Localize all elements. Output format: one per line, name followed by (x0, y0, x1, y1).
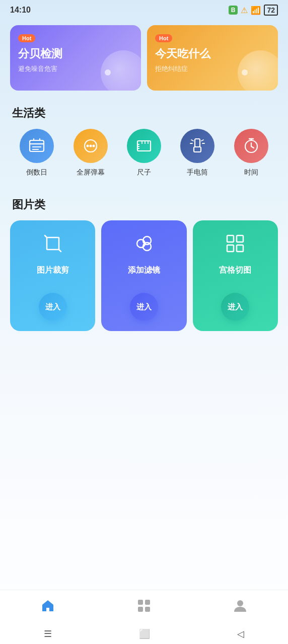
nav-item-profile[interactable] (218, 596, 263, 619)
status-bar: 14:10 B ⚠ 📶 72 (0, 0, 288, 20)
feature-label-grid: 宫格切图 (219, 265, 251, 276)
icon-circle-time (234, 129, 268, 163)
svg-rect-18 (194, 147, 201, 152)
icon-item-popup[interactable]: 全屏弹幕 (74, 129, 108, 177)
enter-button-filter[interactable]: 进入 (130, 293, 158, 321)
photo-section: 图片类 图片裁剪 进入 (0, 192, 288, 346)
icon-item-time[interactable]: 时间 (234, 129, 268, 177)
nav-item-apps[interactable] (121, 596, 167, 619)
svg-rect-37 (237, 245, 243, 252)
feature-card-grid[interactable]: 宫格切图 进入 (193, 220, 278, 331)
feature-card-crop[interactable]: 图片裁剪 进入 (10, 220, 95, 331)
svg-rect-28 (47, 237, 59, 250)
banner-orb-small-sound (105, 69, 111, 75)
home-icon (40, 598, 55, 617)
svg-rect-41 (145, 607, 150, 612)
icon-label-popup: 全屏弹幕 (77, 168, 105, 177)
enter-button-crop[interactable]: 进入 (39, 293, 67, 321)
icon-label-time: 时间 (244, 168, 258, 177)
feature-label-filter: 添加滤镜 (128, 265, 160, 276)
icon-circle-popup (74, 129, 108, 163)
icon-item-flashlight[interactable]: 手电筒 (180, 129, 214, 177)
apps-icon (136, 598, 152, 617)
banner-sound-detection[interactable]: Hot 分贝检测 避免噪音危害 (10, 25, 141, 91)
icon-label-countdown: 倒数日 (26, 168, 47, 177)
svg-rect-17 (195, 139, 200, 147)
svg-rect-39 (145, 600, 150, 605)
hot-badge-eat: Hot (155, 34, 172, 42)
svg-line-25 (251, 146, 254, 148)
life-section-title: 生活类 (0, 101, 288, 129)
banner-what-to-eat[interactable]: Hot 今天吃什么 拒绝纠结症 (147, 25, 278, 91)
icon-circle-countdown (20, 129, 54, 163)
icon-circle-ruler (127, 129, 161, 163)
crop-icon (42, 232, 64, 259)
profile-icon (233, 598, 248, 617)
svg-rect-10 (137, 141, 151, 151)
status-time: 14:10 (10, 6, 31, 15)
icon-label-ruler: 尺子 (137, 168, 151, 177)
status-icons: B ⚠ 📶 72 (229, 5, 278, 16)
svg-line-30 (59, 250, 61, 252)
system-nav: ☰ ⬜ ◁ (0, 624, 288, 644)
svg-line-20 (201, 140, 203, 141)
svg-rect-40 (138, 607, 143, 612)
icon-label-flashlight: 手电筒 (187, 168, 208, 177)
back-button[interactable]: ◁ (237, 628, 244, 639)
photo-section-title: 图片类 (0, 192, 288, 220)
feature-card-filter[interactable]: 添加滤镜 进入 (101, 220, 186, 331)
svg-point-9 (92, 145, 95, 147)
warning-icon: ⚠ (241, 6, 248, 15)
svg-line-29 (45, 235, 47, 237)
icon-circle-flashlight (180, 129, 214, 163)
icon-item-countdown[interactable]: 倒数日 (20, 129, 54, 177)
app-notification-icon: B (229, 6, 238, 15)
home-button[interactable]: ⬜ (139, 628, 150, 639)
svg-rect-36 (227, 245, 234, 252)
enter-button-grid[interactable]: 进入 (221, 293, 249, 321)
photo-cards-row: 图片裁剪 进入 添加滤镜 进入 (0, 220, 288, 346)
svg-rect-35 (237, 235, 243, 242)
bottom-nav (0, 590, 288, 624)
battery-icon: 72 (264, 5, 278, 16)
wifi-icon: 📶 (251, 6, 261, 15)
hot-badge-sound: Hot (18, 34, 35, 42)
svg-point-8 (89, 145, 92, 147)
svg-rect-38 (138, 600, 143, 605)
life-icons-row: 倒数日 全屏弹幕 (0, 129, 288, 192)
filter-icon (133, 232, 155, 259)
svg-rect-34 (227, 235, 234, 242)
banner-section: Hot 分贝检测 避免噪音危害 Hot 今天吃什么 拒绝纠结症 (0, 20, 288, 101)
svg-point-42 (237, 600, 243, 606)
feature-label-crop: 图片裁剪 (37, 265, 69, 276)
grid-icon (224, 232, 246, 259)
menu-button[interactable]: ☰ (44, 628, 52, 639)
banner-orb-small-eat (242, 69, 248, 75)
svg-point-7 (86, 145, 89, 147)
icon-item-ruler[interactable]: 尺子 (127, 129, 161, 177)
nav-item-home[interactable] (25, 596, 70, 619)
svg-line-19 (191, 140, 193, 141)
life-section: 生活类 倒数日 (0, 101, 288, 192)
